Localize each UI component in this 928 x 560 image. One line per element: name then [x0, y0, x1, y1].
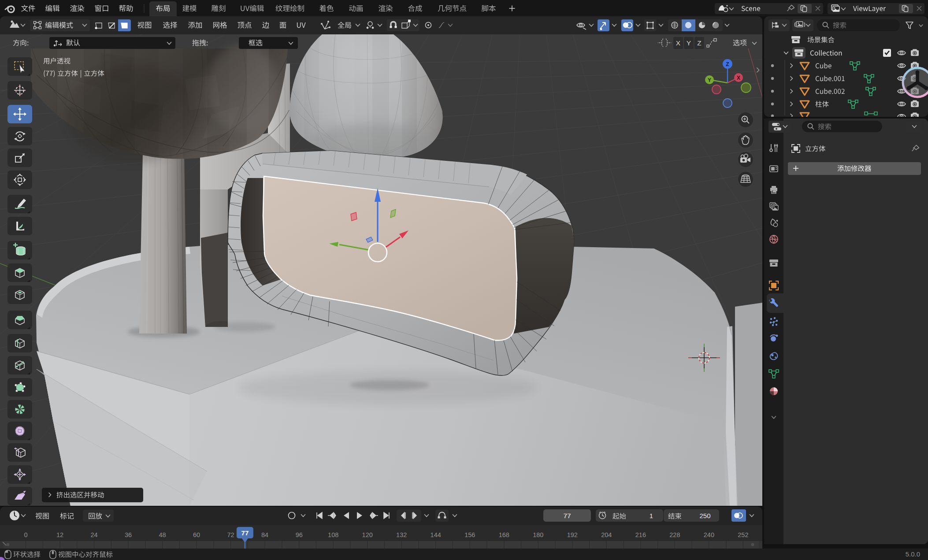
svg-text:108: 108	[328, 531, 338, 538]
svg-text:77: 77	[563, 512, 571, 519]
svg-text:132: 132	[396, 531, 407, 538]
svg-text:240: 240	[704, 531, 714, 538]
svg-text:228: 228	[669, 531, 680, 538]
svg-text:Z: Z	[697, 39, 701, 47]
svg-text:192: 192	[567, 531, 578, 538]
svg-text:144: 144	[431, 531, 441, 538]
svg-text:96: 96	[296, 531, 303, 538]
svg-text:60: 60	[193, 531, 200, 538]
svg-text:120: 120	[362, 531, 373, 538]
svg-text:12: 12	[56, 531, 63, 538]
svg-text:204: 204	[601, 531, 612, 538]
svg-text:180: 180	[533, 531, 543, 538]
svg-text:168: 168	[499, 531, 509, 538]
svg-text:36: 36	[125, 531, 132, 538]
svg-text:252: 252	[738, 531, 748, 538]
svg-text:250: 250	[699, 512, 710, 519]
svg-text:156: 156	[464, 531, 475, 538]
svg-text:77: 77	[241, 529, 249, 537]
svg-text:5.0.0: 5.0.0	[906, 550, 920, 558]
svg-text:48: 48	[159, 531, 166, 538]
svg-text:72: 72	[227, 531, 234, 538]
svg-text:Y: Y	[708, 77, 711, 83]
svg-text:216: 216	[635, 531, 646, 538]
svg-text:84: 84	[261, 531, 268, 538]
svg-text:Z: Z	[726, 61, 729, 67]
svg-text:0: 0	[24, 531, 27, 538]
svg-text:Y: Y	[687, 39, 691, 47]
svg-text:24: 24	[90, 531, 97, 538]
svg-text:X: X	[737, 75, 740, 81]
svg-text:X: X	[676, 39, 681, 47]
svg-text:1: 1	[650, 512, 653, 519]
